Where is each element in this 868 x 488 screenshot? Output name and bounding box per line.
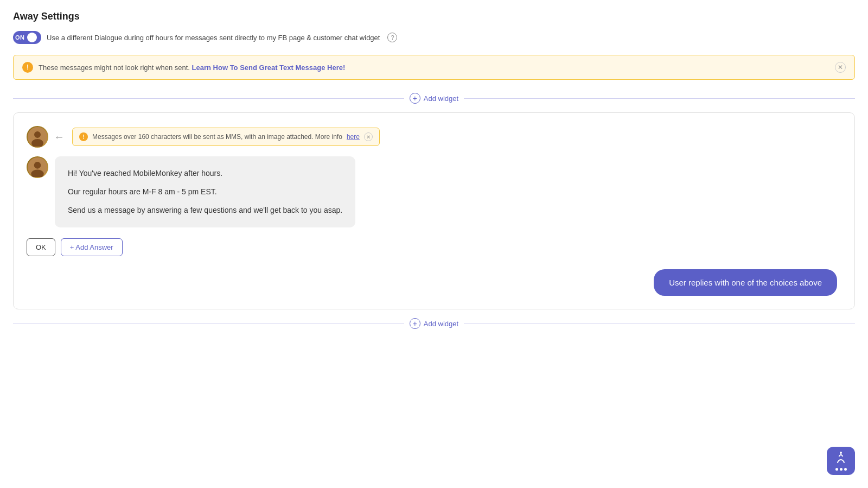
user-reply-row: User replies with one of the choices abo… [27,269,841,296]
message-bubble: Hi! You've reached MobileMonkey after ho… [55,156,355,227]
add-widget-plus-icon: + [410,93,420,104]
add-widget-plus-icon-bottom: + [410,318,420,329]
warning-close-button[interactable]: ✕ [835,62,846,73]
warning-icon: ! [22,62,33,73]
chat-widget-button[interactable] [827,447,855,475]
mms-warning-tooltip: ! Messages over 160 characters will be s… [72,128,380,146]
mms-info-link[interactable]: here [347,133,360,141]
arrow-left-icon: ← [54,131,65,143]
svg-point-1 [34,131,41,138]
mms-warning-text: Messages over 160 characters will be sen… [92,133,342,141]
help-icon[interactable]: ? [387,33,397,42]
message-row: Hi! You've reached MobileMonkey after ho… [27,156,841,227]
add-widget-bottom[interactable]: + Add widget [13,318,855,329]
chat-dots-icon [835,468,847,471]
mms-warning-row: ← ! Messages over 160 characters will be… [27,126,841,148]
widget-card: ← ! Messages over 160 characters will be… [13,112,855,309]
warning-text: These messages might not look right when… [39,64,829,72]
bot-avatar-large [27,156,48,178]
divider-left-bottom [13,324,404,324]
toggle-description: Use a different Dialogue during off hour… [47,34,380,42]
add-widget-top[interactable]: + Add widget [13,93,855,104]
toggle-row: ON Use a different Dialogue during off h… [13,31,855,44]
toggle-on-label: ON [15,34,25,41]
divider-right [464,98,855,99]
add-widget-label-top: Add widget [424,94,458,103]
divider-right-bottom [464,324,855,324]
message-line-3: Send us a message by answering a few que… [68,204,342,217]
mms-warning-icon: ! [79,132,88,141]
add-widget-label-bottom: Add widget [424,320,458,328]
bot-avatar-small [27,126,48,148]
warning-link[interactable]: Learn How To Send Great Text Message Her… [192,64,346,72]
quick-replies-row: OK + Add Answer [27,238,841,256]
add-widget-button-bottom[interactable]: + Add widget [410,318,458,329]
ok-reply-button[interactable]: OK [27,238,55,256]
page-title: Away Settings [13,11,855,22]
warning-banner: ! These messages might not look right wh… [13,55,855,80]
divider-left [13,98,404,99]
user-reply-bubble: User replies with one of the choices abo… [654,269,837,296]
wifi-icon [837,452,845,467]
add-answer-button[interactable]: + Add Answer [61,238,123,256]
message-line-1: Hi! You've reached MobileMonkey after ho… [68,167,342,180]
message-line-2: Our regular hours are M-F 8 am - 5 pm ES… [68,186,342,199]
toggle-knob [27,33,37,42]
mms-warning-close[interactable]: ✕ [364,132,373,141]
away-settings-toggle[interactable]: ON [13,31,41,44]
svg-point-4 [34,162,41,169]
add-widget-button-top[interactable]: + Add widget [410,93,458,104]
